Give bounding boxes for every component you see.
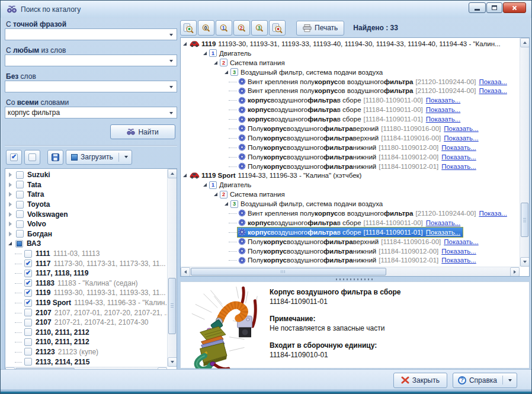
brand-node[interactable]: Volkswagen <box>5 209 167 219</box>
show-link[interactable]: Показать... <box>441 163 476 170</box>
dropdown-arrow-icon[interactable] <box>169 86 173 88</box>
minimize-button[interactable] <box>469 2 486 13</box>
result-part-node[interactable]: корпус воздушного фильтра в сборе[11184-… <box>181 218 520 228</box>
close-button[interactable]: Закрыть <box>393 373 447 388</box>
exact-phrase-input[interactable] <box>8 30 165 39</box>
model-node[interactable]: 2112321123 (купе) <box>5 347 167 357</box>
model-node[interactable]: 2110, 2111, 2112 <box>5 328 167 338</box>
checkbox-off[interactable] <box>24 309 32 316</box>
result-part-node[interactable]: Полукорпус воздушного фильтра верхний[11… <box>181 133 520 143</box>
show-link[interactable]: Показать... <box>441 144 476 151</box>
result-part-node[interactable]: Полукорпус воздушного фильтра нижний[111… <box>181 152 520 162</box>
find-button[interactable]: Найти <box>110 124 175 139</box>
brand-node[interactable]: Tatra <box>5 190 167 200</box>
result-group-node[interactable]: 1119 Sport11194-33, 11196-33 - "Калина" … <box>181 171 520 180</box>
result-part-node[interactable]: Винт крепления полукорпусов воздушного ф… <box>181 77 520 87</box>
result-level-node[interactable]: 3Воздушный фильтр, система подачи воздух… <box>181 68 520 77</box>
brand-tree-vscrollbar[interactable] <box>167 169 177 367</box>
without-words-input[interactable] <box>8 82 165 91</box>
result-level-node[interactable]: 3Воздушный фильтр, система подачи воздух… <box>181 199 520 209</box>
result-part-node[interactable]: корпус воздушного фильтра в сборе[11184-… <box>181 114 520 124</box>
checkbox-off[interactable] <box>16 201 24 209</box>
any-words-field[interactable] <box>5 55 177 66</box>
collapsed-icon[interactable] <box>9 182 12 187</box>
brand-node[interactable]: ВАЗ <box>5 239 167 249</box>
result-part-node[interactable]: Полукорпус воздушного фильтра нижний[111… <box>181 143 520 152</box>
help-button[interactable]: ? Справка <box>453 373 517 388</box>
checkbox-on[interactable]: ✔ <box>24 289 32 297</box>
all-words-field[interactable] <box>5 107 177 118</box>
model-node[interactable]: ✔111711173-30, 11173-31, 11173-33, 11... <box>5 258 167 268</box>
checkbox-off[interactable] <box>16 210 24 218</box>
expand-level-3-button[interactable]: 3 <box>251 20 268 36</box>
show-link[interactable]: Показать... <box>444 125 478 132</box>
checkbox-on[interactable]: ✔ <box>24 270 32 277</box>
checkbox-off[interactable] <box>24 358 32 366</box>
dropdown-arrow-icon[interactable] <box>169 34 173 36</box>
scroll-thumb[interactable] <box>191 268 386 276</box>
brand-node[interactable]: Volvo <box>5 219 167 229</box>
model-node[interactable]: ✔111911193-30, 11193-31, 11193-33, 11... <box>5 288 167 298</box>
show-link[interactable]: Показать... <box>444 134 478 142</box>
all-words-input[interactable] <box>8 108 165 117</box>
brand-node[interactable]: Tata <box>5 180 167 190</box>
scroll-thumb[interactable] <box>168 278 176 334</box>
model-node[interactable]: ✔1119 Sport11194-33, 11196-33 - "Калин..… <box>5 298 167 308</box>
results-vscrollbar[interactable] <box>520 38 529 267</box>
load-selection-button[interactable]: Загрузить <box>66 150 132 165</box>
titlebar[interactable]: Поиск по каталогу <box>1 1 531 18</box>
dropdown-caret-icon[interactable] <box>508 379 512 382</box>
exact-phrase-field[interactable] <box>5 28 177 40</box>
save-selection-button[interactable] <box>47 150 63 165</box>
close-window-button[interactable] <box>503 2 526 13</box>
print-button[interactable]: Печать <box>296 21 344 36</box>
collapsed-icon[interactable] <box>9 192 12 197</box>
show-link[interactable]: Показать... <box>444 238 478 245</box>
show-link[interactable]: Показать... <box>441 257 476 264</box>
brand-node[interactable]: Богдан <box>5 229 167 239</box>
dropdown-arrow-icon[interactable] <box>169 112 173 114</box>
checkbox-off[interactable] <box>24 338 32 346</box>
clear-found-document-button[interactable] <box>269 20 286 36</box>
checkbox-off[interactable] <box>16 171 24 179</box>
result-level-node[interactable]: 1Двигатель <box>181 180 520 190</box>
collapsed-icon[interactable] <box>9 172 12 177</box>
model-node[interactable]: 11111111-03, 11113 <box>5 249 167 259</box>
collapsed-icon[interactable] <box>9 212 12 217</box>
scroll-thumb[interactable] <box>521 203 528 237</box>
result-part-node[interactable]: Полукорпус воздушного фильтра нижний[111… <box>181 255 520 265</box>
show-link[interactable]: Показать... <box>441 248 476 255</box>
results-hscrollbar[interactable] <box>181 267 520 276</box>
collapsed-icon[interactable] <box>9 232 12 236</box>
result-part-node[interactable]: Винт крепления полукорпусов воздушного ф… <box>181 209 520 218</box>
show-link[interactable]: Показать... <box>426 219 460 226</box>
show-link[interactable]: Показать... <box>426 106 460 113</box>
model-node[interactable]: ✔1118311183 - "Калина" (седан) <box>5 278 167 289</box>
result-part-node[interactable]: Полукорпус воздушного фильтра нижний[111… <box>181 162 520 171</box>
checkbox-off[interactable] <box>24 319 32 326</box>
model-node[interactable]: ✔1117, 1118, 1119 <box>5 268 167 278</box>
checkbox-off[interactable] <box>16 191 24 198</box>
result-level-node[interactable]: 2Система питания <box>181 190 520 199</box>
details-splitter[interactable] <box>180 277 530 281</box>
brand-node[interactable]: Suzuki <box>5 170 167 180</box>
expand-level-1-button[interactable]: 1 <box>216 20 232 36</box>
dropdown-caret-icon[interactable] <box>124 156 128 158</box>
result-part-node[interactable]: корпус воздушного фильтра в сборе[11184-… <box>181 105 520 114</box>
uncheck-all-button[interactable] <box>24 150 40 165</box>
result-level-node[interactable]: 2Система питания <box>181 58 520 68</box>
dropdown-arrow-icon[interactable] <box>169 60 173 62</box>
show-link[interactable]: Показа... <box>479 87 507 94</box>
result-part-node[interactable]: Полукорпус воздушного фильтра верхний[11… <box>181 124 520 133</box>
check-all-button[interactable]: ✔ <box>6 150 22 165</box>
checkbox-on[interactable]: ✔ <box>24 279 32 287</box>
checkbox-off[interactable] <box>16 181 24 188</box>
checkbox-off[interactable] <box>16 230 24 238</box>
model-node[interactable]: 2113, 2114, 2115 <box>5 357 167 367</box>
result-part-node[interactable]: корпус воздушного фильтра в сборе[11180-… <box>181 95 520 105</box>
show-link[interactable]: Показать... <box>426 97 460 104</box>
show-link[interactable]: Показать... <box>426 116 460 123</box>
expand-level-2-button[interactable]: 2 <box>233 20 250 36</box>
result-level-node[interactable]: 1Двигатель <box>181 49 520 58</box>
result-part-node[interactable]: корпус воздушного фильтра в сборе[11184-… <box>181 228 520 237</box>
